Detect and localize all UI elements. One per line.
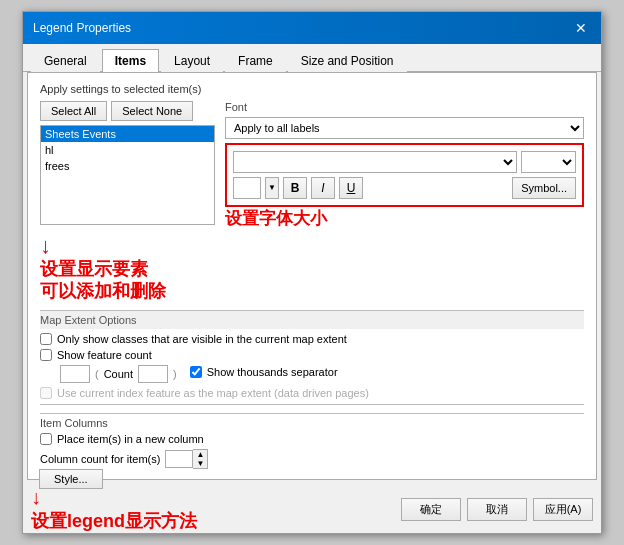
close-button[interactable]: ✕ <box>571 18 591 38</box>
font-color-box[interactable] <box>233 177 261 199</box>
spinner-up-button[interactable]: ▲ <box>193 450 207 459</box>
tab-general[interactable]: General <box>31 49 100 72</box>
legend-properties-dialog: Legend Properties ✕ General Items Layout… <box>22 11 602 534</box>
new-column-checkbox[interactable] <box>40 433 52 445</box>
map-extent-title: Map Extent Options <box>40 310 584 329</box>
item-columns-section: Item Columns Place item(s) in a new colu… <box>40 413 584 469</box>
font-name-select[interactable] <box>233 151 517 173</box>
annotation-left: ↓ 设置显示要素可以添加和删除 <box>40 233 215 302</box>
data-driven-checkbox[interactable] <box>40 387 52 399</box>
select-none-button[interactable]: Select None <box>111 101 193 121</box>
checkbox-row-1: Only show classes that are visible in th… <box>40 333 584 345</box>
arrow-icon: ↓ <box>40 233 166 259</box>
tab-bar: General Items Layout Frame Size and Posi… <box>23 44 601 72</box>
annotation-right-text: 设置字体大小 <box>225 207 584 230</box>
underline-button[interactable]: U <box>339 177 363 199</box>
visible-classes-label: Only show classes that are visible in th… <box>57 333 347 345</box>
ok-button[interactable]: 确定 <box>401 498 461 521</box>
separator <box>40 404 584 405</box>
tab-items[interactable]: Items <box>102 49 159 72</box>
list-item[interactable]: hl <box>41 142 214 158</box>
spinner-down-button[interactable]: ▼ <box>193 459 207 468</box>
font-controls: ▼ B I U Symbol... <box>225 143 584 207</box>
spinner-buttons: ▲ ▼ <box>193 449 208 469</box>
new-column-label: Place item(s) in a new column <box>57 433 204 445</box>
bottom-buttons: 确定 取消 应用(A) <box>401 498 593 521</box>
annotation-left-text: 设置显示要素可以添加和删除 <box>40 259 166 302</box>
title-bar: Legend Properties ✕ <box>23 12 601 44</box>
count-row: ( Count ) Show thousands separator <box>60 365 584 383</box>
column-count-label: Column count for item(s) <box>40 453 160 465</box>
count-label-text: Count <box>104 368 133 380</box>
select-buttons: Select All Select None <box>40 101 215 121</box>
right-panel: Font Apply to all labels <box>225 101 584 230</box>
italic-button[interactable]: I <box>311 177 335 199</box>
font-name-row <box>233 151 576 173</box>
tab-layout[interactable]: Layout <box>161 49 223 72</box>
style-button[interactable]: Style... <box>39 469 103 489</box>
thousands-row: Show thousands separator <box>190 366 338 378</box>
symbol-button[interactable]: Symbol... <box>512 177 576 199</box>
tab-content: Apply settings to selected item(s) Selec… <box>27 72 597 480</box>
count-max-input[interactable] <box>138 365 168 383</box>
show-thousands-checkbox[interactable] <box>190 366 202 378</box>
list-item[interactable]: frees <box>41 158 214 174</box>
font-section-title: Font <box>225 101 584 113</box>
map-extent-section: Map Extent Options Only show classes tha… <box>40 310 584 399</box>
apply-to-dropdown[interactable]: Apply to all labels <box>225 117 584 139</box>
column-count-spinner: 1 ▲ ▼ <box>165 449 208 469</box>
count-min-input[interactable] <box>60 365 90 383</box>
arrow-down-icon: ↓ <box>31 486 41 509</box>
checkbox-row-3: Use current index feature as the map ext… <box>40 387 584 399</box>
tab-size-position[interactable]: Size and Position <box>288 49 407 72</box>
font-style-row: ▼ B I U Symbol... <box>233 177 576 199</box>
color-dropdown-arrow[interactable]: ▼ <box>265 177 279 199</box>
place-column-row: Place item(s) in a new column <box>40 433 584 445</box>
left-panel: Select All Select None Sheets Events hl … <box>40 101 215 302</box>
tab-frame[interactable]: Frame <box>225 49 286 72</box>
select-all-button[interactable]: Select All <box>40 101 107 121</box>
bottom-annotations: ↓ 设置legend显示方法 确定 取消 应用(A) <box>23 484 601 533</box>
list-item[interactable]: Sheets Events <box>41 126 214 142</box>
font-size-select[interactable] <box>521 151 576 173</box>
show-feature-count-label: Show feature count <box>57 349 152 361</box>
section-apply-label: Apply settings to selected item(s) <box>40 83 584 95</box>
visible-classes-checkbox[interactable] <box>40 333 52 345</box>
bottom-left-annotation: 设置legend显示方法 <box>31 509 197 533</box>
item-columns-title: Item Columns <box>40 413 584 429</box>
column-count-row: Column count for item(s) 1 ▲ ▼ <box>40 449 584 469</box>
dialog-title: Legend Properties <box>33 21 131 35</box>
apply-button[interactable]: 应用(A) <box>533 498 593 521</box>
show-feature-count-checkbox[interactable] <box>40 349 52 361</box>
count-open: ( <box>95 368 99 380</box>
count-close: ) <box>173 368 177 380</box>
column-count-input[interactable]: 1 <box>165 450 193 468</box>
bold-button[interactable]: B <box>283 177 307 199</box>
data-driven-label: Use current index feature as the map ext… <box>57 387 369 399</box>
checkbox-row-2: Show feature count <box>40 349 584 361</box>
show-thousands-label: Show thousands separator <box>207 366 338 378</box>
top-row: Select All Select None Sheets Events hl … <box>40 101 584 302</box>
items-listbox[interactable]: Sheets Events hl frees <box>40 125 215 225</box>
cancel-button[interactable]: 取消 <box>467 498 527 521</box>
